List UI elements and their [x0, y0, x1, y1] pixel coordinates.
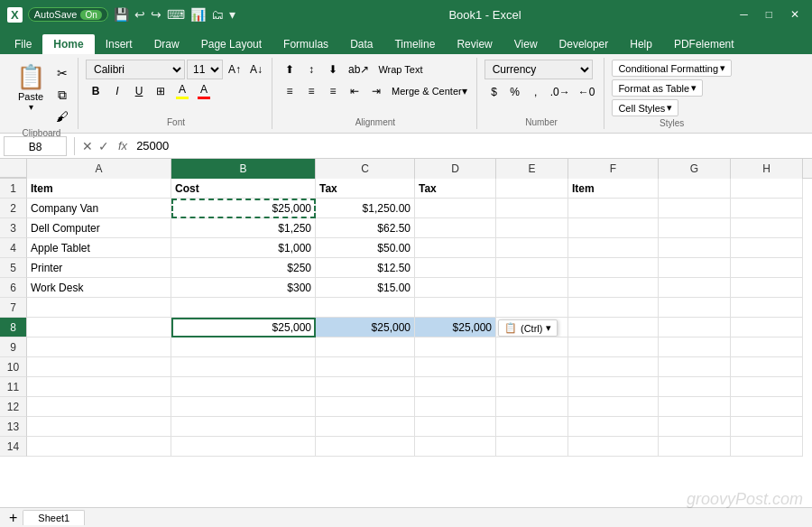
tab-file[interactable]: File: [4, 34, 42, 54]
minimize-icon[interactable]: ─: [734, 8, 753, 21]
cell-g11[interactable]: [659, 377, 731, 397]
tab-view[interactable]: View: [503, 34, 549, 54]
cell-a3[interactable]: Dell Computer: [27, 218, 171, 238]
cell-h14[interactable]: [731, 437, 803, 457]
save-icon[interactable]: 💾: [114, 7, 129, 22]
cell-a6[interactable]: Work Desk: [27, 278, 171, 298]
cell-b10[interactable]: [171, 357, 316, 377]
cell-g14[interactable]: [659, 437, 731, 457]
increase-decimal-button[interactable]: .0→: [547, 82, 574, 102]
paste-dropdown-chevron[interactable]: ▾: [546, 322, 551, 334]
cell-a12[interactable]: [27, 397, 171, 417]
cell-f7[interactable]: [568, 298, 659, 318]
tab-draw[interactable]: Draw: [143, 34, 190, 54]
formula-cancel-icon[interactable]: ✕: [82, 139, 93, 153]
undo-icon[interactable]: ↩: [134, 7, 145, 22]
cell-h3[interactable]: [731, 218, 803, 238]
decrease-font-button[interactable]: A↓: [246, 60, 266, 79]
decrease-decimal-button[interactable]: ←0: [575, 82, 599, 102]
wrap-text-button[interactable]: Wrap Text: [374, 60, 426, 79]
cell-b4[interactable]: $1,000: [171, 238, 316, 258]
format-table-button[interactable]: Format as Table▾: [612, 79, 703, 97]
cell-c5[interactable]: $12.50: [316, 258, 415, 278]
cell-e10[interactable]: [496, 357, 568, 377]
cell-g8[interactable]: [659, 318, 731, 337]
autosave-toggle[interactable]: AutoSave On: [28, 7, 108, 22]
align-left-button[interactable]: ≡: [280, 81, 300, 101]
increase-indent-button[interactable]: ⇥: [366, 81, 386, 101]
formula-input[interactable]: [136, 136, 808, 156]
more-icon[interactable]: ▾: [229, 7, 235, 22]
cell-h12[interactable]: [731, 397, 803, 417]
row-header-9[interactable]: 9: [0, 337, 27, 357]
tab-developer[interactable]: Developer: [549, 34, 620, 54]
row-header-5[interactable]: 5: [0, 258, 27, 278]
tab-timeline[interactable]: Timeline: [383, 34, 446, 54]
cell-a2[interactable]: Company Van: [27, 199, 171, 218]
cell-h4[interactable]: [731, 238, 803, 258]
cell-g2[interactable]: [659, 199, 731, 218]
cell-h13[interactable]: [731, 417, 803, 437]
paste-tooltip[interactable]: 📋 (Ctrl) ▾: [498, 319, 558, 337]
cell-g10[interactable]: [659, 357, 731, 377]
cell-h10[interactable]: [731, 357, 803, 377]
close-icon[interactable]: ✕: [785, 8, 805, 21]
cell-e5[interactable]: [496, 258, 568, 278]
cell-c4[interactable]: $50.00: [316, 238, 415, 258]
redo-icon[interactable]: ↪: [151, 7, 161, 22]
percent-button[interactable]: %: [505, 82, 525, 102]
customize-icon[interactable]: ⌨: [167, 7, 185, 22]
row-header-4[interactable]: 4: [0, 238, 27, 258]
cell-b9[interactable]: [171, 337, 316, 357]
cell-b13[interactable]: [171, 417, 316, 437]
cell-e14[interactable]: [496, 437, 568, 457]
cell-d11[interactable]: [415, 377, 496, 397]
cell-d8[interactable]: $25,000: [415, 318, 496, 337]
cell-b14[interactable]: [171, 437, 316, 457]
cell-c14[interactable]: [316, 437, 415, 457]
col-header-d[interactable]: D: [415, 159, 496, 179]
cell-a10[interactable]: [27, 357, 171, 377]
row-header-11[interactable]: 11: [0, 377, 27, 397]
row-header-2[interactable]: 2: [0, 199, 27, 218]
cell-c2[interactable]: $1,250.00: [316, 199, 415, 218]
row-header-8[interactable]: 8: [0, 318, 27, 337]
decrease-indent-button[interactable]: ⇤: [345, 81, 364, 101]
cell-d9[interactable]: [415, 337, 496, 357]
cell-g9[interactable]: [659, 337, 731, 357]
cell-d6[interactable]: [415, 278, 496, 298]
cell-a14[interactable]: [27, 437, 171, 457]
cell-d5[interactable]: [415, 258, 496, 278]
font-name-select[interactable]: Calibri: [86, 60, 185, 79]
cell-h7[interactable]: [731, 298, 803, 318]
conditional-formatting-button[interactable]: Conditional Formatting▾: [612, 60, 732, 77]
col-header-f[interactable]: F: [568, 159, 659, 179]
data-icon[interactable]: 🗂: [211, 7, 224, 22]
cell-a4[interactable]: Apple Tablet: [27, 238, 171, 258]
cell-d14[interactable]: [415, 437, 496, 457]
cell-d7[interactable]: [415, 298, 496, 318]
cut-button[interactable]: ✂: [52, 63, 72, 83]
cell-b5[interactable]: $250: [171, 258, 316, 278]
cell-f8[interactable]: [568, 318, 659, 337]
cell-e6[interactable]: [496, 278, 568, 298]
cell-e12[interactable]: [496, 397, 568, 417]
row-header-12[interactable]: 12: [0, 397, 27, 417]
cell-a8[interactable]: [27, 318, 171, 337]
row-header-14[interactable]: 14: [0, 437, 27, 457]
cell-a5[interactable]: Printer: [27, 258, 171, 278]
cell-styles-button[interactable]: Cell Styles▾: [612, 99, 678, 116]
cell-c13[interactable]: [316, 417, 415, 437]
cell-g3[interactable]: [659, 218, 731, 238]
cell-f3[interactable]: [568, 218, 659, 238]
maximize-icon[interactable]: □: [761, 8, 778, 21]
cell-h5[interactable]: [731, 258, 803, 278]
align-middle-button[interactable]: ↕: [301, 60, 321, 79]
paste-dropdown-icon[interactable]: ▾: [29, 102, 33, 112]
cell-c1[interactable]: Tax: [316, 179, 415, 199]
col-header-e[interactable]: E: [496, 159, 568, 179]
cell-c6[interactable]: $15.00: [316, 278, 415, 298]
cell-a13[interactable]: [27, 417, 171, 437]
row-header-3[interactable]: 3: [0, 218, 27, 238]
cell-g7[interactable]: [659, 298, 731, 318]
